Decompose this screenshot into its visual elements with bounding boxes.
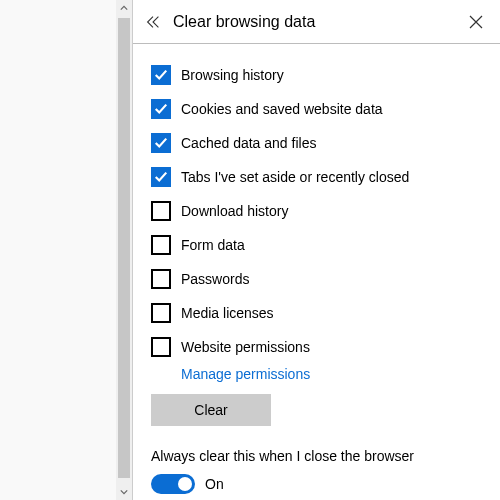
- checkbox[interactable]: [151, 99, 171, 119]
- checkmark-icon: [154, 170, 168, 184]
- vertical-scrollbar[interactable]: [116, 0, 132, 500]
- scrollbar-down-button[interactable]: [116, 484, 132, 500]
- manage-permissions-link[interactable]: Manage permissions: [181, 366, 310, 382]
- checkbox-row[interactable]: Media licenses: [151, 296, 482, 330]
- scrollbar-up-button[interactable]: [116, 0, 132, 16]
- checkbox[interactable]: [151, 201, 171, 221]
- checkbox-row[interactable]: Form data: [151, 228, 482, 262]
- checkmark-icon: [154, 102, 168, 116]
- checkbox-label: Browsing history: [181, 67, 284, 83]
- checkbox-label: Cookies and saved website data: [181, 101, 383, 117]
- checkbox-label: Tabs I've set aside or recently closed: [181, 169, 409, 185]
- checkbox-label: Website permissions: [181, 339, 310, 355]
- clear-button[interactable]: Clear: [151, 394, 271, 426]
- content-gutter: [0, 0, 116, 500]
- checkbox[interactable]: [151, 337, 171, 357]
- back-button[interactable]: [139, 8, 167, 36]
- always-clear-label: Always clear this when I close the brows…: [151, 448, 482, 464]
- checkmark-icon: [154, 136, 168, 150]
- panel-header: Clear browsing data: [133, 0, 500, 44]
- checkbox-row[interactable]: Passwords: [151, 262, 482, 296]
- checkbox[interactable]: [151, 269, 171, 289]
- close-icon: [469, 15, 483, 29]
- checkbox-row[interactable]: Browsing history: [151, 58, 482, 92]
- checkbox-row[interactable]: Website permissions: [151, 330, 482, 364]
- checkbox[interactable]: [151, 303, 171, 323]
- checkbox-row[interactable]: Tabs I've set aside or recently closed: [151, 160, 482, 194]
- panel-body: Browsing historyCookies and saved websit…: [133, 44, 500, 494]
- toggle-knob: [178, 477, 192, 491]
- panel-title: Clear browsing data: [173, 13, 462, 31]
- checkbox[interactable]: [151, 235, 171, 255]
- always-clear-toggle[interactable]: [151, 474, 195, 494]
- always-clear-toggle-row: On: [151, 474, 482, 494]
- checkbox[interactable]: [151, 167, 171, 187]
- checkbox-label: Form data: [181, 237, 245, 253]
- close-button[interactable]: [462, 8, 490, 36]
- chevron-double-left-icon: [144, 13, 162, 31]
- checkbox-label: Download history: [181, 203, 288, 219]
- clear-browsing-data-panel: Clear browsing data Browsing historyCook…: [132, 0, 500, 500]
- checkbox-row[interactable]: Download history: [151, 194, 482, 228]
- checkbox[interactable]: [151, 133, 171, 153]
- checkbox-row[interactable]: Cookies and saved website data: [151, 92, 482, 126]
- checkbox-row[interactable]: Cached data and files: [151, 126, 482, 160]
- checkbox[interactable]: [151, 65, 171, 85]
- scrollbar-thumb[interactable]: [118, 18, 130, 478]
- checkbox-label: Media licenses: [181, 305, 274, 321]
- checkbox-label: Passwords: [181, 271, 249, 287]
- checkbox-label: Cached data and files: [181, 135, 316, 151]
- checkmark-icon: [154, 68, 168, 82]
- always-clear-section: Always clear this when I close the brows…: [151, 448, 482, 494]
- clear-button-label: Clear: [194, 402, 227, 418]
- always-clear-state-label: On: [205, 476, 224, 492]
